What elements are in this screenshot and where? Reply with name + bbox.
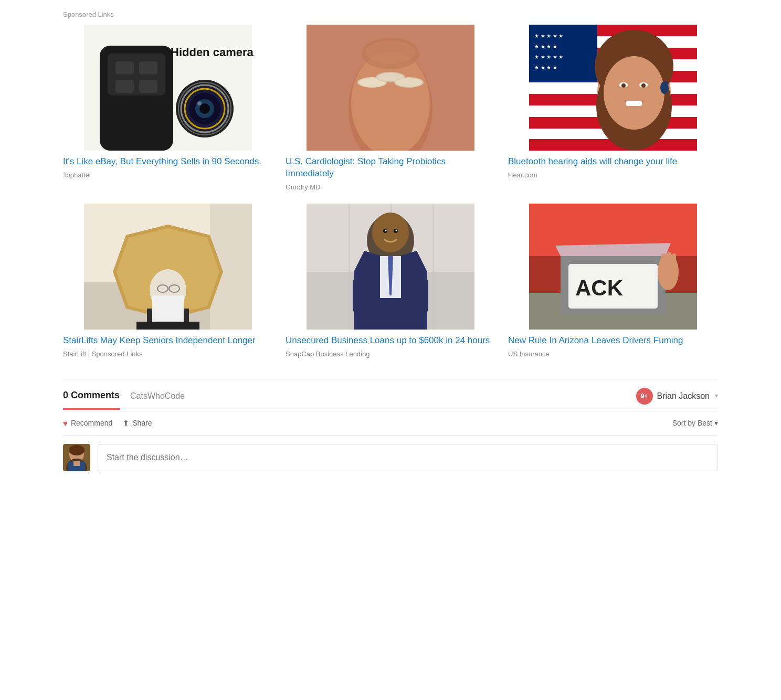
avatar xyxy=(63,444,90,471)
svg-rect-93 xyxy=(672,253,676,266)
ad-source-3: Hear.com xyxy=(508,171,718,179)
svg-rect-91 xyxy=(661,253,666,267)
svg-rect-74 xyxy=(353,277,368,314)
comments-forum: CatsWhoCode xyxy=(130,391,185,401)
comments-section: 0 Comments CatsWhoCode 9+ Brian Jackson … xyxy=(63,379,718,480)
share-icon: ⬆ xyxy=(123,419,129,427)
ad-source-4: StairLift | Sponsored Links xyxy=(63,350,273,358)
share-button[interactable]: ⬆ Share xyxy=(123,419,152,427)
recommend-button[interactable]: ♥ Recommend xyxy=(63,419,112,428)
ad-title-6[interactable]: New Rule In Arizona Leaves Drivers Fumin… xyxy=(508,335,718,347)
list-item[interactable]: Unsecured Business Loans up to $600k in … xyxy=(286,204,495,358)
comments-right: 9+ Brian Jackson ▾ xyxy=(636,388,719,405)
svg-point-47 xyxy=(621,83,626,88)
list-item[interactable]: ★ ★ ★ ★ ★ ★ ★ ★ ★ ★ ★ ★ ★ ★ ★ ★ ★ ★ xyxy=(508,25,718,191)
svg-rect-69 xyxy=(432,204,434,330)
list-item[interactable]: U.S. Cardiologist: Stop Taking Probiotic… xyxy=(286,25,495,191)
svg-point-79 xyxy=(396,229,397,231)
svg-point-12 xyxy=(197,101,202,105)
svg-rect-6 xyxy=(139,80,157,93)
comments-count: 0 Comments xyxy=(63,390,120,410)
ad-title-3[interactable]: Bluetooth hearing aids will change your … xyxy=(508,156,718,168)
list-item[interactable]: Hidden camera It's Like eBay, But Everyt… xyxy=(63,25,273,191)
recommend-label: Recommend xyxy=(71,419,112,427)
svg-rect-92 xyxy=(667,252,671,267)
ad-image-2 xyxy=(286,25,495,151)
svg-text:ACK: ACK xyxy=(575,275,623,300)
user-dropdown-arrow[interactable]: ▾ xyxy=(715,392,718,400)
ad-image-6: ACK xyxy=(508,204,718,330)
svg-point-11 xyxy=(199,103,210,114)
svg-rect-4 xyxy=(139,61,157,75)
ad-image-4 xyxy=(63,204,273,330)
ad-source-6: US Insurance xyxy=(508,350,718,358)
share-label: Share xyxy=(132,419,152,427)
ad-image-1: Hidden camera xyxy=(63,25,273,151)
svg-rect-75 xyxy=(413,277,428,314)
svg-rect-5 xyxy=(115,80,134,93)
sort-dropdown-arrow: ▾ xyxy=(714,419,718,427)
svg-text:★ ★ ★ ★: ★ ★ ★ ★ xyxy=(534,44,557,49)
svg-rect-67 xyxy=(349,204,350,330)
sponsored-section: Sponsored Links xyxy=(63,10,718,358)
actions-left: ♥ Recommend ⬆ Share xyxy=(63,419,152,428)
ad-title-5[interactable]: Unsecured Business Loans up to $600k in … xyxy=(286,335,495,347)
svg-point-78 xyxy=(385,229,387,231)
ad-source-5: SnapCap Business Lending xyxy=(286,350,495,358)
sort-button[interactable]: Sort by Best ▾ xyxy=(672,419,718,427)
svg-point-97 xyxy=(69,445,85,455)
heart-icon: ♥ xyxy=(63,419,68,428)
svg-point-44 xyxy=(604,56,664,130)
ad-title-1[interactable]: It's Like eBay, But Everything Sells in … xyxy=(63,156,273,168)
comment-input[interactable] xyxy=(98,444,718,471)
ad-image-3: ★ ★ ★ ★ ★ ★ ★ ★ ★ ★ ★ ★ ★ ★ ★ ★ ★ ★ xyxy=(508,25,718,151)
ad-source-1: Tophatter xyxy=(63,171,273,179)
user-badge: 9+ xyxy=(636,388,653,405)
ad-title-4[interactable]: StairLifts May Keep Seniors Independent … xyxy=(63,335,273,347)
list-item[interactable]: ACK New Rule In Arizona Leaves Drivers F… xyxy=(508,204,718,358)
svg-rect-61 xyxy=(152,295,184,322)
svg-point-71 xyxy=(372,213,409,252)
list-item[interactable]: StairLifts May Keep Seniors Independent … xyxy=(63,204,273,358)
sort-label: Sort by Best xyxy=(672,419,712,427)
svg-text:★ ★ ★ ★ ★: ★ ★ ★ ★ ★ xyxy=(534,54,563,60)
svg-text:★ ★ ★ ★ ★: ★ ★ ★ ★ ★ xyxy=(534,33,563,39)
svg-rect-100 xyxy=(73,461,80,466)
comments-left: 0 Comments CatsWhoCode xyxy=(63,390,185,402)
svg-rect-59 xyxy=(136,322,199,330)
user-name: Brian Jackson xyxy=(657,391,710,401)
svg-point-48 xyxy=(641,83,646,88)
ad-grid: Hidden camera It's Like eBay, But Everyt… xyxy=(63,25,718,358)
svg-rect-28 xyxy=(307,25,474,151)
comments-header: 0 Comments CatsWhoCode 9+ Brian Jackson … xyxy=(63,379,718,411)
comment-input-row xyxy=(63,436,718,480)
ad-image-5 xyxy=(286,204,495,330)
comments-actions: ♥ Recommend ⬆ Share Sort by Best ▾ xyxy=(63,411,718,436)
svg-rect-49 xyxy=(626,101,642,106)
svg-text:Hidden camera: Hidden camera xyxy=(171,46,254,59)
svg-text:★ ★ ★ ★: ★ ★ ★ ★ xyxy=(534,65,557,70)
ad-title-2[interactable]: U.S. Cardiologist: Stop Taking Probiotic… xyxy=(286,156,495,180)
ad-source-2: Gundry MD xyxy=(286,183,495,191)
sponsored-label: Sponsored Links xyxy=(63,10,718,18)
svg-rect-51 xyxy=(666,81,668,92)
svg-rect-3 xyxy=(115,61,134,75)
